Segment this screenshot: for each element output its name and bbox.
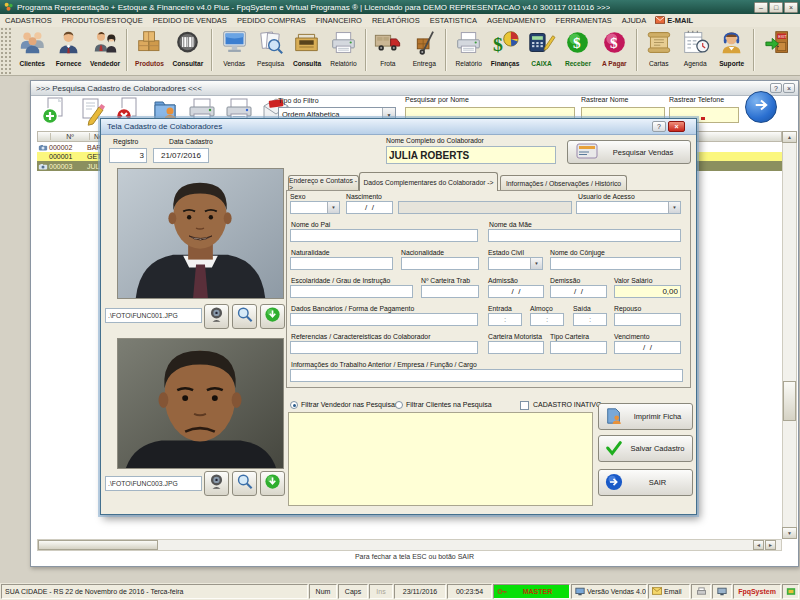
registro-input[interactable] xyxy=(109,148,147,163)
toolbar-relatorio-1[interactable]: Relatório xyxy=(325,27,361,74)
tab-endereco-contatos[interactable]: Endereço e Contatos -> xyxy=(288,175,359,191)
toolbar-cartas[interactable]: Cartas xyxy=(641,27,677,74)
toolbar-pesquisa[interactable]: Pesquisa xyxy=(252,27,288,74)
vertical-scroll-thumb[interactable] xyxy=(783,381,796,421)
nome-pai-input[interactable] xyxy=(290,229,478,242)
toolbar-financas[interactable]: $ Finanças xyxy=(487,27,523,74)
almoco-input[interactable] xyxy=(530,313,564,326)
imprimir-ficha-button[interactable]: Imprimir Ficha xyxy=(598,403,693,430)
referencias-input[interactable] xyxy=(290,341,478,354)
menu-pedido-vendas[interactable]: PEDIDO DE VENDAS xyxy=(148,16,232,25)
photo-path-1-input[interactable] xyxy=(105,308,202,323)
nacionalidade-input[interactable] xyxy=(401,257,479,270)
valor-salario-input[interactable] xyxy=(614,285,681,298)
toolbar-entrega[interactable]: Entrega xyxy=(406,27,442,74)
observations-area[interactable] xyxy=(288,412,593,506)
column-header-numero[interactable]: Nº xyxy=(50,133,90,140)
carteira-trab-input[interactable] xyxy=(421,285,479,298)
vencimento-input[interactable] xyxy=(614,341,681,354)
toolbar-consulta[interactable]: Consulta xyxy=(289,27,325,74)
photo-load-button-2[interactable] xyxy=(260,471,285,496)
webcam-capture-button-1[interactable] xyxy=(204,304,229,329)
scroll-down-icon[interactable]: ▼ xyxy=(782,527,797,539)
photo-path-2-input[interactable] xyxy=(105,476,202,491)
menu-agendamento[interactable]: AGENDAMENTO xyxy=(482,16,551,25)
demissao-input[interactable] xyxy=(550,285,607,298)
execute-search-button[interactable] xyxy=(745,91,777,123)
radio-filtrar-clientes-label[interactable]: Filtrar Clientes na Pesquisa xyxy=(406,401,492,408)
entrada-input[interactable] xyxy=(488,313,522,326)
status-email[interactable]: Email xyxy=(648,584,690,599)
webcam-capture-button-2[interactable] xyxy=(204,471,229,496)
radio-filtrar-clientes[interactable] xyxy=(395,401,403,409)
tipo-carteira-input[interactable] xyxy=(550,341,607,354)
toolbar-relatorio-2[interactable]: Relatório xyxy=(450,27,486,74)
search-window-close-button[interactable]: × xyxy=(783,83,795,93)
pesquisar-vendas-button[interactable]: Pesquisar Vendas xyxy=(567,140,691,164)
tab-dados-complementares[interactable]: Dados Complementares do Colaborador -> xyxy=(359,172,498,191)
menu-pedido-compras[interactable]: PEDIDO COMPRAS xyxy=(232,16,311,25)
vertical-scrollbar[interactable] xyxy=(782,131,797,539)
toolbar-frota[interactable]: Frota xyxy=(370,27,406,74)
close-button[interactable]: × xyxy=(784,2,798,13)
toolbar-fornece[interactable]: Fornece xyxy=(50,27,86,74)
maximize-button[interactable]: □ xyxy=(769,2,783,13)
salvar-cadastro-button[interactable]: Salvar Cadastro xyxy=(598,435,693,462)
saida-input[interactable] xyxy=(573,313,607,326)
add-record-icon[interactable] xyxy=(39,96,69,126)
status-monitor[interactable] xyxy=(712,584,732,599)
admissao-input[interactable] xyxy=(488,285,544,298)
toolbar-suporte[interactable]: Suporte xyxy=(713,27,749,74)
minimize-button[interactable]: – xyxy=(754,2,768,13)
toolbar-caixa[interactable]: CAIXA xyxy=(523,27,559,74)
dialog-close-button[interactable]: × xyxy=(668,121,685,132)
photo-search-button-2[interactable] xyxy=(232,471,257,496)
nome-completo-input[interactable] xyxy=(386,146,556,164)
toolbar-consultar[interactable]: Consultar xyxy=(168,27,208,74)
toolbar-clientes[interactable]: Clientes xyxy=(14,27,50,74)
photo-search-button-1[interactable] xyxy=(232,304,257,329)
checkbox-cadastro-inativo-label[interactable]: CADASTRO INATIVO xyxy=(533,401,601,408)
scroll-left-icon[interactable]: ◄ xyxy=(753,540,764,550)
escolaridade-input[interactable] xyxy=(290,285,413,298)
naturalidade-input[interactable] xyxy=(290,257,393,270)
menu-relatorios[interactable]: RELATÓRIOS xyxy=(367,16,425,25)
estado-civil-select[interactable]: ▼ xyxy=(488,257,543,270)
toolbar-vendas[interactable]: Vendas xyxy=(216,27,252,74)
scroll-right-icon[interactable]: ► xyxy=(765,540,776,550)
menu-produtos-estoque[interactable]: PRODUTOS/ESTOQUE xyxy=(57,16,148,25)
menu-financeiro[interactable]: FINANCEIRO xyxy=(311,16,367,25)
toolbar-exit[interactable]: EXIT xyxy=(758,27,800,74)
search-window-help-button[interactable]: ? xyxy=(770,83,782,93)
menu-estatistica[interactable]: ESTATISTICA xyxy=(425,16,482,25)
data-cadastro-input[interactable] xyxy=(153,148,209,163)
photo-load-button-1[interactable] xyxy=(260,304,285,329)
menu-cadastros[interactable]: CADASTROS xyxy=(0,16,57,25)
menu-ajuda[interactable]: AJUDA xyxy=(617,16,652,25)
menu-email[interactable]: E-MAIL xyxy=(651,16,697,26)
radio-filtrar-vendedor[interactable] xyxy=(290,401,298,409)
toolbar-a-pagar[interactable]: $ A Pagar xyxy=(596,27,632,74)
carteira-motorista-input[interactable] xyxy=(488,341,544,354)
sair-button[interactable]: SAIR xyxy=(598,469,693,496)
toolbar-produtos[interactable]: Produtos xyxy=(131,27,167,74)
radio-filtrar-vendedor-label[interactable]: Filtrar Vendedor nas Pesquisas xyxy=(301,401,398,408)
tab-informacoes-historico[interactable]: Informações / Observações / Histórico xyxy=(500,175,627,191)
status-printer[interactable] xyxy=(691,584,711,599)
menu-ferramentas[interactable]: FERRAMENTAS xyxy=(551,16,617,25)
nome-mae-input[interactable] xyxy=(488,229,681,242)
toolbar-vendedor[interactable]: Vendedor xyxy=(87,27,123,74)
usuario-acesso-select[interactable]: ▼ xyxy=(576,201,681,214)
sexo-select[interactable]: ▼ xyxy=(290,201,340,214)
trabalho-anterior-input[interactable] xyxy=(290,369,683,382)
nome-conjuge-input[interactable] xyxy=(550,257,681,270)
repouso-input[interactable] xyxy=(614,313,681,326)
nascimento-input[interactable] xyxy=(346,201,393,214)
horizontal-scroll-thumb[interactable] xyxy=(38,540,158,550)
dados-bancarios-input[interactable] xyxy=(290,313,478,326)
toolbar-receber[interactable]: $ Receber xyxy=(560,27,596,74)
checkbox-cadastro-inativo[interactable] xyxy=(520,401,529,410)
dialog-help-button[interactable]: ? xyxy=(652,121,666,132)
scroll-up-icon[interactable]: ▲ xyxy=(782,131,797,143)
toolbar-agenda[interactable]: Agenda xyxy=(677,27,713,74)
